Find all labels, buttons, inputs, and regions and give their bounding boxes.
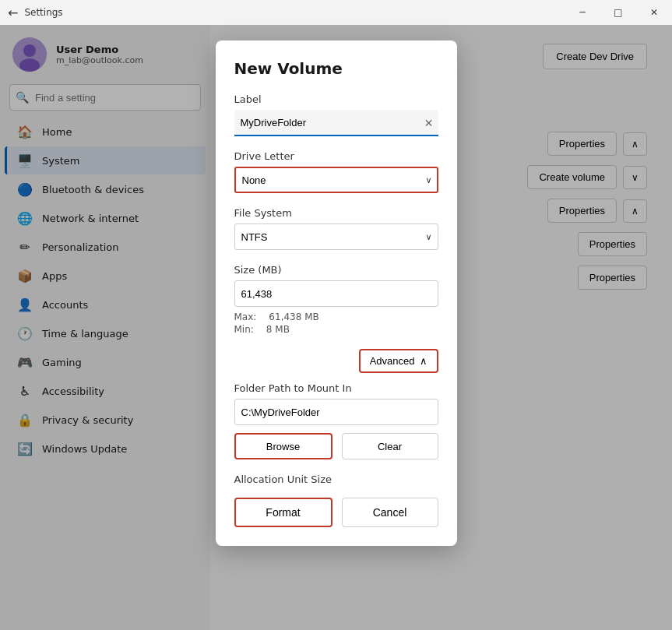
clear-button[interactable]: Clear: [342, 433, 438, 459]
drive-letter-label: Drive Letter: [234, 150, 438, 162]
cancel-button[interactable]: Cancel: [342, 498, 438, 527]
label-input-wrap: ✕: [234, 110, 438, 136]
min-label: Min:: [234, 324, 254, 335]
format-button[interactable]: Format: [234, 498, 332, 527]
maximize-button[interactable]: □: [600, 0, 636, 25]
browse-clear-row: Browse Clear: [234, 433, 438, 459]
folder-path-label: Folder Path to Mount In: [234, 382, 438, 394]
titlebar-title: Settings: [24, 7, 62, 18]
file-system-select[interactable]: NTFS: [234, 223, 438, 250]
label-input[interactable]: [234, 110, 438, 136]
titlebar: ← Settings ─ □ ✕: [0, 0, 672, 25]
dialog-title: New Volume: [234, 59, 438, 78]
minimize-button[interactable]: ─: [565, 0, 600, 25]
size-hints: Max: 61,438 MB Min: 8 MB: [234, 311, 438, 335]
max-label: Max:: [234, 311, 257, 322]
label-field-label: Label: [234, 93, 438, 105]
browse-button[interactable]: Browse: [234, 433, 332, 459]
dialog-footer: Format Cancel: [234, 498, 438, 527]
alloc-unit-label: Allocation Unit Size: [234, 473, 438, 485]
file-system-wrap: NTFS ∨: [234, 223, 438, 250]
min-value: 8 MB: [266, 324, 290, 335]
size-input[interactable]: [234, 280, 438, 307]
advanced-label: Advanced: [370, 355, 415, 367]
drive-letter-select[interactable]: None: [234, 167, 438, 193]
max-value: 61,438 MB: [269, 311, 318, 322]
advanced-button[interactable]: Advanced ∧: [359, 349, 438, 373]
back-button[interactable]: ←: [8, 5, 18, 20]
dialog-overlay: New Volume Label ✕ Drive Letter None ∨ F…: [0, 25, 672, 630]
file-system-label: File System: [234, 207, 438, 219]
new-volume-dialog: New Volume Label ✕ Drive Letter None ∨ F…: [216, 40, 457, 546]
drive-letter-wrap: None ∨: [234, 167, 438, 193]
size-label: Size (MB): [234, 264, 438, 276]
folder-path-input[interactable]: [234, 399, 438, 425]
close-button[interactable]: ✕: [636, 0, 672, 25]
label-clear-icon[interactable]: ✕: [424, 117, 434, 129]
advanced-chevron-icon: ∧: [420, 355, 427, 367]
